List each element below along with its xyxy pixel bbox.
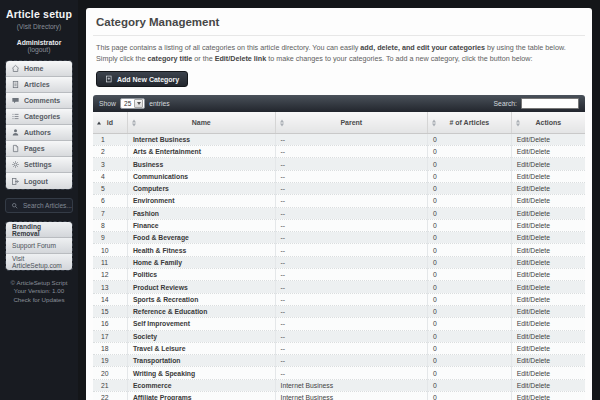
cell-name[interactable]: Environment [127, 195, 275, 207]
cell-actions[interactable]: Edit/Delete [511, 293, 585, 305]
entries-label: entries [149, 100, 169, 107]
column-header-actions[interactable]: Actions [511, 112, 585, 133]
column-header-name[interactable]: Name [127, 112, 275, 133]
entries-select-value: 25 [121, 100, 134, 107]
entries-select[interactable]: 25 [120, 98, 145, 109]
cell-count: 0 [428, 232, 512, 244]
cell-parent: -- [275, 269, 428, 281]
add-new-category-button[interactable]: Add New Category [96, 71, 188, 87]
cell-actions[interactable]: Edit/Delete [511, 379, 585, 391]
cell-parent: -- [275, 367, 428, 379]
sidebar-link-branding-removal[interactable]: Branding Removal [6, 222, 72, 238]
cell-actions[interactable]: Edit/Delete [511, 146, 585, 158]
user-line: Administrator (logout) [5, 39, 73, 53]
cell-actions[interactable]: Edit/Delete [511, 256, 585, 268]
cell-name[interactable]: Ecommerce [127, 379, 275, 391]
sidebar-link-support-forum[interactable]: Support Forum [6, 238, 72, 254]
cell-id: 21 [93, 379, 127, 391]
sort-icon [132, 119, 136, 126]
table-row: 8Finance--0Edit/Delete [93, 219, 585, 231]
sort-icon [432, 119, 436, 126]
cell-count: 0 [428, 133, 512, 145]
cell-name[interactable]: Society [127, 330, 275, 342]
cell-actions[interactable]: Edit/Delete [511, 207, 585, 219]
cell-name[interactable]: Computers [127, 183, 275, 195]
cell-name[interactable]: Travel & Leisure [127, 342, 275, 354]
cell-name[interactable]: Writing & Speaking [127, 367, 275, 379]
home-icon [11, 64, 20, 73]
cell-name[interactable]: Reference & Education [127, 305, 275, 317]
cell-actions[interactable]: Edit/Delete [511, 355, 585, 367]
cell-name[interactable]: Arts & Entertainment [127, 146, 275, 158]
table-row: 4Communications--0Edit/Delete [93, 170, 585, 182]
table-row: 18Travel & Leisure--0Edit/Delete [93, 342, 585, 354]
column-header-parent[interactable]: Parent [275, 112, 428, 133]
cell-name[interactable]: Transportation [127, 355, 275, 367]
search-articles-input[interactable] [23, 202, 73, 209]
visit-directory-link[interactable]: (Visit Directory) [5, 23, 73, 30]
cell-parent: Internet Business [275, 379, 428, 391]
column-header-id[interactable]: id [93, 112, 127, 133]
cell-parent: -- [275, 305, 428, 317]
cell-actions[interactable]: Edit/Delete [511, 133, 585, 145]
cell-count: 0 [428, 355, 512, 367]
comments-icon [11, 96, 20, 105]
cell-name[interactable]: Self Improvement [127, 318, 275, 330]
sidebar-item-pages[interactable]: Pages [6, 141, 72, 157]
cell-name[interactable]: Fashion [127, 207, 275, 219]
column-label: Parent [340, 119, 362, 126]
cell-actions[interactable]: Edit/Delete [511, 330, 585, 342]
cell-name[interactable]: Politics [127, 269, 275, 281]
cell-name[interactable]: Internet Business [127, 133, 275, 145]
logout-link[interactable]: (logout) [27, 46, 50, 53]
cell-name[interactable]: Product Reviews [127, 281, 275, 293]
sidebar-item-articles[interactable]: Articles [6, 77, 72, 93]
cell-actions[interactable]: Edit/Delete [511, 392, 585, 400]
cell-actions[interactable]: Edit/Delete [511, 195, 585, 207]
cell-name[interactable]: Affiliate Programs [127, 392, 275, 400]
cell-id: 3 [93, 158, 127, 170]
sidebar-item-logout[interactable]: Logout [6, 173, 72, 189]
table-row: 6Environment--0Edit/Delete [93, 195, 585, 207]
cell-name[interactable]: Food & Beverage [127, 232, 275, 244]
description-emphasis: category title [148, 54, 193, 63]
card-header: Category Management [93, 8, 585, 36]
cell-name[interactable]: Health & Fitness [127, 244, 275, 256]
sidebar-link-visit-articlesetup-com[interactable]: Visit ArticleSetup.com [6, 254, 72, 270]
cell-name[interactable]: Communications [127, 170, 275, 182]
cell-actions[interactable]: Edit/Delete [511, 281, 585, 293]
cell-count: 0 [428, 146, 512, 158]
cell-id: 13 [93, 281, 127, 293]
cell-name[interactable]: Finance [127, 219, 275, 231]
cell-actions[interactable]: Edit/Delete [511, 367, 585, 379]
cell-actions[interactable]: Edit/Delete [511, 158, 585, 170]
cell-name[interactable]: Sports & Recreation [127, 293, 275, 305]
cell-count: 0 [428, 256, 512, 268]
table-search-input[interactable] [521, 98, 579, 109]
cell-id: 10 [93, 244, 127, 256]
cell-actions[interactable]: Edit/Delete [511, 318, 585, 330]
cell-name[interactable]: Business [127, 158, 275, 170]
sidebar-item-categories[interactable]: Categories [6, 109, 72, 125]
categories-icon [11, 112, 20, 121]
footer-line: Check for Updates [5, 296, 73, 304]
cell-actions[interactable]: Edit/Delete [511, 219, 585, 231]
cell-id: 12 [93, 269, 127, 281]
sidebar-item-comments[interactable]: Comments [6, 93, 72, 109]
column-header--of-articles[interactable]: # of Articles [428, 112, 512, 133]
sidebar-item-settings[interactable]: Settings [6, 157, 72, 173]
cell-actions[interactable]: Edit/Delete [511, 170, 585, 182]
cell-actions[interactable]: Edit/Delete [511, 342, 585, 354]
cell-name[interactable]: Home & Family [127, 256, 275, 268]
sidebar-item-authors[interactable]: Authors [6, 125, 72, 141]
cell-actions[interactable]: Edit/Delete [511, 232, 585, 244]
cell-parent: -- [275, 318, 428, 330]
cell-actions[interactable]: Edit/Delete [511, 183, 585, 195]
cell-actions[interactable]: Edit/Delete [511, 269, 585, 281]
cell-count: 0 [428, 281, 512, 293]
cell-actions[interactable]: Edit/Delete [511, 305, 585, 317]
cell-parent: -- [275, 330, 428, 342]
sidebar-item-home[interactable]: Home [6, 61, 72, 77]
column-label: Name [192, 119, 211, 126]
cell-actions[interactable]: Edit/Delete [511, 244, 585, 256]
